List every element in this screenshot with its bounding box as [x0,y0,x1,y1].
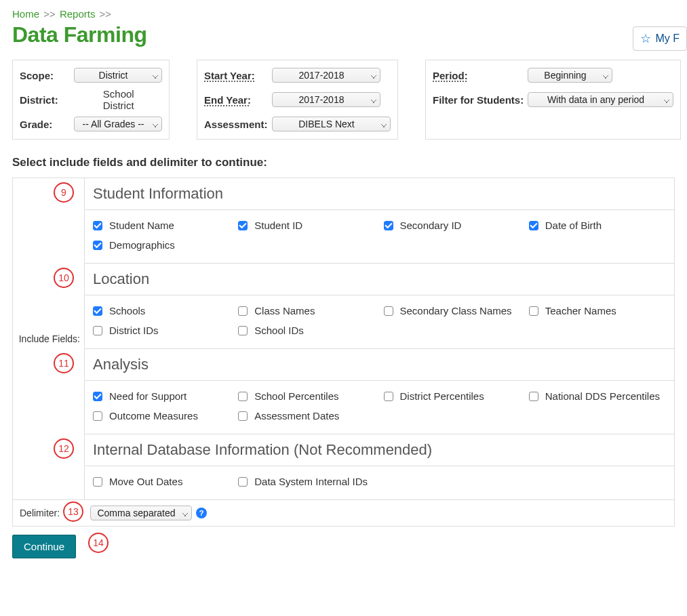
callout-13: 13 [63,501,83,522]
continue-button[interactable]: Continue [12,535,76,558]
callout-11: 11 [54,353,74,373]
callout-14: 14 [88,533,109,553]
checkbox-item[interactable]: Student ID [238,220,376,231]
star-icon: ☆ [640,31,651,46]
checkbox-label: District Percentiles [400,390,484,402]
checkbox-item[interactable]: Demographics [93,239,231,251]
group-header: 11Analysis [85,349,674,381]
checkbox[interactable] [93,326,102,335]
checkbox-item[interactable]: Secondary ID [384,220,522,231]
delimiter-select[interactable]: Comma separated [90,506,192,520]
period-select[interactable]: Beginning [528,68,612,83]
checkbox[interactable] [529,221,538,230]
checkbox-item[interactable]: School Percentiles [238,390,376,402]
checkbox-item[interactable]: Student Name [93,220,231,231]
favorite-button[interactable]: ☆ My F [633,26,687,51]
checkbox[interactable] [238,392,248,401]
delimiter-label: Delimiter: [20,508,66,518]
end-year-select[interactable]: 2017-2018 [272,92,380,107]
checkbox-item[interactable]: Date of Birth [529,220,667,231]
checkbox[interactable] [238,326,248,335]
checkbox-item[interactable]: Class Names [238,305,376,316]
checkbox[interactable] [93,477,102,487]
checkbox[interactable] [93,221,102,230]
checkbox[interactable] [384,221,393,230]
include-fields-label: Include Fields: [19,333,80,344]
help-icon[interactable]: ? [196,508,207,518]
start-year-select[interactable]: 2017-2018 [272,68,380,83]
checkbox-item[interactable]: Outcome Measures [93,410,231,422]
checkbox-item[interactable]: Need for Support [93,390,231,402]
checkbox-label: School Percentiles [254,390,338,402]
start-year-label: Start Year: [204,70,272,81]
checkbox-label: District IDs [109,325,159,336]
page-title: Data Farming [12,22,146,47]
checkbox-label: Data System Internal IDs [254,476,368,487]
breadcrumb-home[interactable]: Home [12,8,39,20]
breadcrumb: Home >> Reports >> [12,8,675,20]
checkbox[interactable] [529,306,538,316]
checkbox-item[interactable]: National DDS Percentiles [529,390,667,402]
checkbox[interactable] [93,306,102,316]
period-label: Period: [433,70,528,81]
filter-students-select[interactable]: With data in any period [528,92,673,107]
checkbox-label: Schools [109,305,145,316]
checkbox-label: Student ID [254,220,302,231]
group-header: 9Student Information [85,178,674,210]
checkbox[interactable] [384,306,393,316]
checkbox-item[interactable]: Data System Internal IDs [238,476,376,487]
group-body: Student NameStudent IDSecondary IDDate o… [85,210,674,264]
checkbox[interactable] [238,411,248,421]
group-title: Analysis [93,356,149,373]
checkbox-item[interactable]: District Percentiles [384,390,522,402]
checkbox-item[interactable]: Secondary Class Names [384,305,522,316]
group-title: Internal Database Information (Not Recom… [93,441,432,458]
scope-select[interactable]: District [74,68,162,83]
callout-10: 10 [54,268,74,288]
scope-label: Scope: [20,70,74,81]
end-year-label: End Year: [204,94,272,106]
checkbox-label: Class Names [254,305,315,316]
checkbox-label: Secondary ID [400,220,462,231]
filter-students-label: Filter for Students: [433,94,528,106]
checkbox-label: Need for Support [109,390,187,402]
favorite-label: My F [655,33,680,45]
include-fields-panel: Include Fields: 9Student InformationStud… [12,178,675,500]
group-title: Location [93,270,149,287]
group-body: Move Out DatesData System Internal IDs [85,466,674,499]
checkbox[interactable] [238,221,248,230]
checkbox-label: Demographics [109,239,175,251]
district-value: School District [69,88,162,111]
checkbox-label: School IDs [254,325,304,336]
assessment-label: Assessment: [204,119,272,130]
district-label: District: [20,94,69,106]
checkbox-item[interactable]: School IDs [238,325,376,336]
checkbox-item[interactable]: Teacher Names [529,305,667,316]
checkbox[interactable] [238,477,248,487]
checkbox-label: Date of Birth [545,220,602,231]
group-title: Student Information [93,185,223,202]
breadcrumb-sep: >> [43,8,56,20]
checkbox-item[interactable]: Assessment Dates [238,410,376,422]
checkbox[interactable] [238,306,248,316]
checkbox[interactable] [529,392,538,401]
checkbox[interactable] [93,392,102,401]
checkbox[interactable] [384,392,393,401]
checkbox-item[interactable]: District IDs [93,325,231,336]
checkbox-item[interactable]: Schools [93,305,231,316]
checkbox[interactable] [93,411,102,421]
group-body: SchoolsClass NamesSecondary Class NamesT… [85,295,674,349]
checkbox-label: Secondary Class Names [400,305,512,316]
group-header: 12Internal Database Information (Not Rec… [85,434,674,466]
group-body: Need for SupportSchool PercentilesDistri… [85,381,674,434]
assessment-select[interactable]: DIBELS Next [272,117,391,131]
grade-select[interactable]: -- All Grades -- [74,117,162,131]
callout-12: 12 [54,438,74,459]
checkbox-label: Teacher Names [545,305,616,316]
checkbox[interactable] [93,241,102,250]
breadcrumb-reports[interactable]: Reports [60,8,96,20]
checkbox-label: Student Name [109,220,174,231]
delimiter-row: Delimiter: 13 Comma separated ? [12,500,675,527]
section-prompt: Select include fields and delimiter to c… [12,156,675,169]
checkbox-item[interactable]: Move Out Dates [93,476,231,487]
